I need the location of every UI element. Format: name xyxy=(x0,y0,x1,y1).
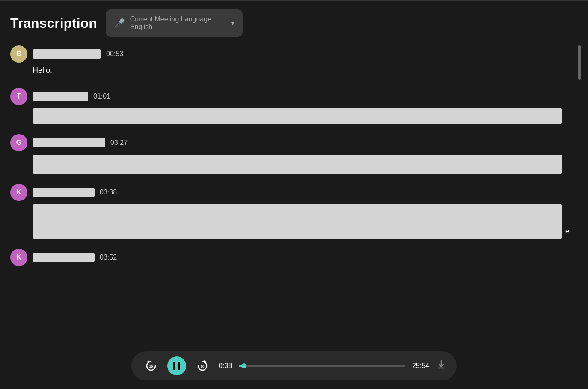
transcript-entry-5: K 03:52 xyxy=(10,249,562,269)
download-button[interactable] xyxy=(436,359,446,372)
partial-text-4: e xyxy=(565,227,569,235)
timestamp-2: 01:01 xyxy=(93,93,110,100)
progress-bar[interactable] xyxy=(239,365,405,367)
message-placeholder-4: e xyxy=(33,204,562,239)
timestamp-1: 00:53 xyxy=(106,50,123,58)
player-bar: 10 10 0:38 25:54 xyxy=(131,351,457,380)
avatar-T: T xyxy=(10,88,27,105)
language-value: English xyxy=(130,23,226,31)
svg-rect-3 xyxy=(178,362,180,370)
language-label: Current Meeting Language xyxy=(130,15,226,23)
scrollbar[interactable] xyxy=(578,45,581,80)
header: Transcription 🎤 Current Meeting Language… xyxy=(0,1,588,41)
message-placeholder-3 xyxy=(33,155,562,174)
avatar-G: G xyxy=(10,134,27,151)
message-placeholder-2 xyxy=(33,108,562,124)
entry-header-5: K 03:52 xyxy=(10,249,562,266)
entry-header-3: G 03:27 xyxy=(10,134,562,151)
svg-rect-2 xyxy=(173,362,175,370)
transcript-entry-4: K 03:38 e xyxy=(10,184,562,239)
chevron-down-icon: ▾ xyxy=(231,20,234,27)
language-selector[interactable]: 🎤 Current Meeting Language English ▾ xyxy=(106,9,243,37)
total-time: 25:54 xyxy=(412,362,429,370)
mic-icon: 🎤 xyxy=(114,18,125,28)
name-placeholder-2 xyxy=(33,92,88,101)
message-text-1: Hello. xyxy=(33,66,562,75)
entry-header-2: T 01:01 xyxy=(10,88,562,105)
name-placeholder-1 xyxy=(33,49,101,59)
timestamp-4: 03:38 xyxy=(100,189,117,196)
page-title: Transcription xyxy=(10,15,97,31)
avatar-K-2: K xyxy=(10,249,27,266)
entry-header-1: B 00:53 xyxy=(10,45,562,63)
name-placeholder-3 xyxy=(33,138,105,147)
forward-button[interactable]: 10 xyxy=(193,356,212,375)
transcript-entry-3: G 03:27 xyxy=(10,134,562,174)
svg-text:10: 10 xyxy=(149,365,153,368)
pause-button[interactable] xyxy=(167,356,186,375)
avatar-B: B xyxy=(10,45,27,63)
transcript-entry-2: T 01:01 xyxy=(10,88,562,124)
transcript-list: B 00:53 Hello. T 01:01 G 03:27 K 03:38 e xyxy=(0,41,588,319)
name-placeholder-4 xyxy=(33,188,95,197)
name-placeholder-5 xyxy=(33,253,95,262)
transcript-entry-1: B 00:53 Hello. xyxy=(10,45,562,78)
svg-text:10: 10 xyxy=(201,365,205,368)
timestamp-3: 03:27 xyxy=(110,139,128,147)
entry-header-4: K 03:38 xyxy=(10,184,562,201)
rewind-button[interactable]: 10 xyxy=(142,356,160,375)
avatar-K-1: K xyxy=(10,184,27,201)
language-text: Current Meeting Language English xyxy=(130,15,226,31)
timestamp-5: 03:52 xyxy=(100,254,117,261)
current-time: 0:38 xyxy=(219,362,232,370)
progress-dot xyxy=(241,363,246,368)
